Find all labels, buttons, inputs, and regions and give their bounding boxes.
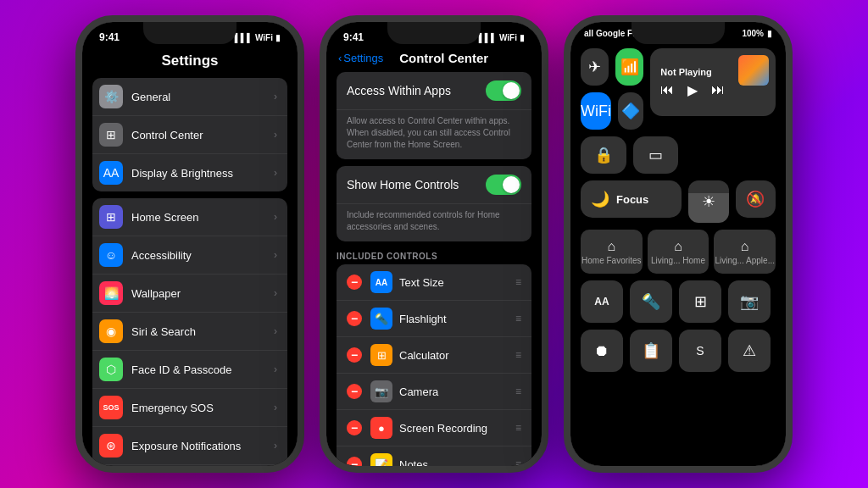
settings-group-1: ⚙️ General › ⊞ Control Center › AA Displ… (92, 78, 287, 191)
calculator-bottom-btn[interactable]: ⊞ (679, 280, 721, 323)
settings-item-battery[interactable]: 🔋 Battery › (92, 465, 287, 466)
remove-flashlight-btn[interactable]: − (347, 311, 362, 326)
settings-item-general[interactable]: ⚙️ General › (92, 78, 287, 116)
shazam-btn[interactable]: S (679, 330, 721, 372)
control-item-flashlight[interactable]: − 🔦 Flashlight ≡ (337, 301, 531, 337)
cellular-btn[interactable]: 📶 (615, 48, 643, 86)
control-item-textsize[interactable]: − AA Text Size ≡ (337, 264, 531, 301)
wifi-icon-2: WiFi (499, 33, 517, 42)
exposure-icon: ⊛ (99, 434, 123, 458)
home-favorites-cell[interactable]: ⌂ Home Favorites (581, 230, 643, 274)
play-pause-icon[interactable]: ▶ (687, 82, 698, 98)
settings-item-faceid[interactable]: ⬡ Face ID & Passcode › (92, 351, 287, 389)
remove-screen-recording-btn[interactable]: − (347, 420, 362, 435)
home-screen-label: Home Screen (131, 211, 274, 224)
control-item-screen-recording[interactable]: − ● Screen Recording ≡ (337, 410, 531, 446)
access-within-apps-row[interactable]: Access Within Apps (337, 72, 531, 110)
rotation-lock-btn[interactable]: 🔒 (581, 136, 626, 174)
control-item-camera[interactable]: − 📷 Camera ≡ (337, 374, 531, 410)
calculator-drag-handle[interactable]: ≡ (515, 349, 521, 361)
next-track-icon[interactable]: ⏭ (711, 82, 725, 98)
emergency-icon: SOS (99, 396, 123, 419)
settings-item-exposure[interactable]: ⊛ Exposure Notifications › (92, 427, 287, 465)
focus-btn[interactable]: 🌙 Focus (581, 180, 682, 218)
home-favorites-icon: ⌂ (608, 239, 616, 254)
general-icon: ⚙️ (99, 85, 123, 108)
control-center-chevron: › (274, 129, 277, 141)
text-size-btn[interactable]: AA (581, 280, 623, 323)
control-item-calculator[interactable]: − ⊞ Calculator ≡ (337, 337, 531, 374)
settings-group-2: ⊞ Home Screen › ☺ Accessibility › 🌅 Wall… (92, 198, 287, 466)
phones-container: 9:41 ▌▌▌ WiFi ▮ Settings ⚙️ General › ⊞ … (67, 7, 801, 481)
settings-item-wallpaper[interactable]: 🌅 Wallpaper › (92, 274, 287, 313)
show-home-controls-row[interactable]: Show Home Controls (337, 166, 531, 204)
show-home-controls-desc: Include recommended controls for Home ac… (337, 204, 531, 241)
remove-calculator-btn[interactable]: − (347, 347, 362, 363)
screen-recording-label: Screen Recording (399, 422, 515, 435)
camera-label: Camera (399, 385, 515, 398)
general-chevron: › (274, 91, 277, 103)
mute-btn[interactable]: 🔕 (736, 180, 776, 218)
settings-item-accessibility[interactable]: ☺ Accessibility › (92, 236, 287, 274)
screen-record-bottom-btn[interactable]: ⏺ (581, 330, 623, 372)
cc-ui-screen: all Google Fi 100% ▮ ✈ 📶 WiFi (570, 22, 786, 466)
camera-drag-handle[interactable]: ≡ (515, 385, 521, 397)
general-label: General (131, 91, 274, 103)
settings-item-control-center[interactable]: ⊞ Control Center › (92, 116, 287, 154)
wifi-icon: WiFi (255, 33, 273, 42)
exposure-chevron: › (274, 440, 277, 452)
notes-bottom-btn[interactable]: 📋 (630, 330, 672, 372)
prev-track-icon[interactable]: ⏮ (660, 82, 674, 98)
cc-home-grid: ⌂ Home Favorites ⌂ Living... Home ⌂ Livi… (581, 230, 776, 274)
screen-recording-drag-handle[interactable]: ≡ (515, 422, 521, 434)
remove-notes-btn[interactable]: − (347, 457, 362, 466)
settings-item-display[interactable]: AA Display & Brightness › (92, 154, 287, 191)
remove-textsize-btn[interactable]: − (347, 274, 362, 290)
cc-row-3: 🌙 Focus ☀ 🔕 (581, 180, 776, 223)
cc-row-1: ✈ 📶 WiFi 🔷 Not Playing ⏮ ▶ (581, 48, 776, 130)
cc-row-bottom: AA 🔦 ⊞ 📷 (581, 280, 776, 323)
brightness-slider[interactable]: ☀ (688, 180, 729, 223)
screen-mirror-btn[interactable]: ▭ (633, 136, 679, 174)
status-icons-2: ▌▌▌ WiFi ▮ (479, 33, 525, 42)
airplane-mode-btn[interactable]: ✈ (581, 48, 609, 86)
show-home-controls-toggle[interactable] (486, 175, 521, 195)
camera-bottom-btn[interactable]: 📷 (728, 280, 771, 323)
living-home-cell[interactable]: ⌂ Living... Home (648, 230, 709, 274)
camera-icon: 📷 (370, 380, 392, 402)
bluetooth-btn[interactable]: 🔷 (618, 92, 643, 130)
focus-label: Focus (616, 193, 648, 206)
battery-icon-2: ▮ (520, 33, 525, 42)
cc-row-extra: ⏺ 📋 S ⚠ (581, 330, 776, 372)
screen-recording-icon: ● (370, 417, 392, 439)
control-item-notes[interactable]: − 📝 Notes ≡ (337, 446, 531, 466)
textsize-drag-handle[interactable]: ≡ (515, 276, 521, 288)
media-title: Not Playing (660, 67, 712, 77)
access-within-apps-card: Access Within Apps Allow access to Contr… (337, 72, 531, 159)
media-player-block[interactable]: Not Playing ⏮ ▶ ⏭ (650, 48, 776, 116)
phone-cc-ui: all Google Fi 100% ▮ ✈ 📶 WiFi (564, 15, 793, 473)
control-center-icon: ⊞ (99, 123, 123, 147)
flashlight-drag-handle[interactable]: ≡ (515, 313, 521, 324)
access-within-apps-toggle[interactable] (486, 80, 521, 101)
media-artwork (738, 55, 769, 86)
cc-header: ‹ Settings Control Center (326, 49, 542, 72)
notes-drag-handle[interactable]: ≡ (515, 458, 521, 466)
display-label: Display & Brightness (131, 167, 274, 180)
settings-item-siri[interactable]: ◉ Siri & Search › (92, 313, 287, 351)
alert-btn[interactable]: ⚠ (728, 330, 771, 372)
signal-icon: ▌▌▌ (235, 33, 253, 42)
calculator-label: Calculator (399, 349, 515, 362)
textsize-label: Text Size (399, 276, 515, 289)
wifi-btn[interactable]: WiFi (581, 92, 611, 130)
back-button[interactable]: ‹ Settings (338, 52, 383, 64)
settings-item-home-screen[interactable]: ⊞ Home Screen › (92, 198, 287, 236)
settings-item-emergency[interactable]: SOS Emergency SOS › (92, 389, 287, 427)
control-center-label: Control Center (131, 129, 274, 141)
remove-camera-btn[interactable]: − (347, 384, 362, 399)
status-time-1: 9:41 (99, 31, 120, 43)
home-screen-chevron: › (274, 211, 277, 223)
siri-icon: ◉ (99, 319, 123, 343)
living-apple-cell[interactable]: ⌂ Living... Apple... (714, 230, 776, 274)
flashlight-bottom-btn[interactable]: 🔦 (630, 280, 672, 323)
